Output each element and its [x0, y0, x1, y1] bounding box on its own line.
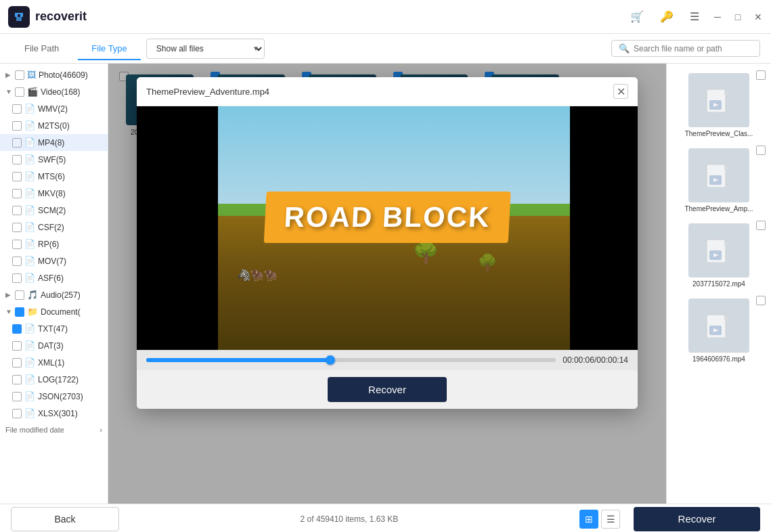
- asf-checkbox[interactable]: [12, 273, 22, 283]
- back-button[interactable]: Back: [11, 507, 119, 531]
- sidebar-item-log[interactable]: 📄 LOG(1722): [0, 371, 108, 388]
- right-checkbox-1[interactable]: [756, 146, 766, 155]
- sidebar-item-m2ts[interactable]: 📄 M2TS(0): [0, 117, 108, 134]
- video-file-svg-1: [705, 163, 732, 187]
- txt-checkbox[interactable]: [12, 324, 22, 334]
- right-item-0[interactable]: ThemePreview_Clas...: [667, 68, 771, 143]
- log-checkbox[interactable]: [12, 375, 22, 384]
- modal-controls: 00:00:06/00:00:14: [137, 350, 638, 370]
- sidebar-item-swf[interactable]: 📄 SWF(5): [0, 151, 108, 168]
- m2ts-checkbox[interactable]: [12, 121, 22, 131]
- sidebar-item-mov[interactable]: 📄 MOV(7): [0, 252, 108, 269]
- sidebar-dat-label: DAT(3): [38, 341, 64, 351]
- rp-checkbox[interactable]: [12, 240, 22, 249]
- right-item-3[interactable]: 1964606976.mp4: [667, 293, 771, 368]
- svg-rect-1: [16, 17, 22, 21]
- grid-view-button[interactable]: ⊞: [579, 510, 598, 529]
- tab-file-path[interactable]: File Path: [11, 38, 72, 60]
- minimize-button[interactable]: ─: [713, 12, 722, 22]
- sidebar-log-label: LOG(1722): [38, 375, 79, 384]
- sidebar-item-xlsx[interactable]: 📄 XLSX(301): [0, 405, 108, 422]
- sidebar-item-audio[interactable]: ▶ 🎵 Audio(257): [0, 286, 108, 303]
- file-modified-date-section[interactable]: File modified date ›: [0, 422, 108, 438]
- logo-icon: [8, 6, 30, 28]
- mov-checkbox[interactable]: [12, 257, 22, 266]
- right-checkbox-0[interactable]: [756, 70, 766, 80]
- video-black-left: [137, 106, 218, 350]
- preview-modal: ThemePreview_Adventure.mp4 ✕ 🌳 🌳: [137, 77, 638, 409]
- doc-checkbox[interactable]: [15, 307, 24, 317]
- sidebar-m2ts-label: M2TS(0): [38, 121, 70, 131]
- modal-header: ThemePreview_Adventure.mp4 ✕: [137, 77, 638, 106]
- swf-checkbox[interactable]: [12, 155, 22, 164]
- right-checkbox-3[interactable]: [756, 296, 766, 305]
- sidebar-item-document[interactable]: ▼ 📁 Document(: [0, 303, 108, 320]
- mts-checkbox[interactable]: [12, 172, 22, 181]
- sidebar-item-wmv[interactable]: 📄 WMV(2): [0, 100, 108, 117]
- sidebar-item-xml[interactable]: 📄 XML(1): [0, 354, 108, 371]
- sidebar-item-scm[interactable]: 📄 SCM(2): [0, 202, 108, 219]
- xlsx-checkbox[interactable]: [12, 409, 22, 418]
- dat-checkbox[interactable]: [12, 341, 22, 351]
- recover-button[interactable]: Recover: [634, 507, 760, 531]
- modal-close-button[interactable]: ✕: [613, 84, 628, 99]
- audio-expand-icon: ▶: [5, 291, 12, 298]
- logo: recoverit: [8, 6, 87, 28]
- video-file-svg-3: [705, 313, 732, 338]
- sidebar-item-json[interactable]: 📄 JSON(2703): [0, 388, 108, 405]
- sidebar-item-mts[interactable]: 📄 MTS(6): [0, 168, 108, 185]
- sidebar-item-txt[interactable]: 📄 TXT(47): [0, 320, 108, 337]
- mts-icon: 📄: [24, 171, 35, 181]
- sidebar-item-video[interactable]: ▼ 🎬 Video(168): [0, 83, 108, 100]
- sidebar-item-rp[interactable]: 📄 RP(6): [0, 236, 108, 252]
- right-checkbox-2[interactable]: [756, 221, 766, 230]
- modal-recover-button[interactable]: Recover: [328, 377, 447, 402]
- animal-icon: 🦓🦬🦬: [237, 269, 278, 282]
- mov-icon: 📄: [24, 256, 35, 266]
- mp4-checkbox[interactable]: [12, 138, 22, 148]
- progress-thumb[interactable]: [326, 355, 335, 365]
- search-bar[interactable]: 🔍: [611, 40, 760, 57]
- right-thumb-3: [688, 298, 749, 353]
- video-progress-bar[interactable]: [146, 358, 556, 362]
- search-icon: 🔍: [619, 43, 630, 53]
- sidebar-item-photo[interactable]: ▶ 🖼 Photo(46609): [0, 66, 108, 83]
- mkv-checkbox[interactable]: [12, 189, 22, 198]
- audio-checkbox[interactable]: [15, 290, 24, 300]
- sidebar-item-csf[interactable]: 📄 CSF(2): [0, 219, 108, 236]
- maximize-button[interactable]: □: [733, 12, 743, 22]
- svg-marker-15: [724, 315, 730, 320]
- sidebar-xml-label: XML(1): [38, 358, 64, 368]
- key-icon[interactable]: 🔑: [657, 7, 676, 26]
- sidebar-item-dat[interactable]: 📄 DAT(3): [0, 337, 108, 354]
- wmv-icon: 📄: [24, 104, 35, 114]
- sidebar-mp4-label: MP4(8): [38, 138, 64, 148]
- csf-checkbox[interactable]: [12, 223, 22, 232]
- scm-checkbox[interactable]: [12, 206, 22, 215]
- wmv-checkbox[interactable]: [12, 104, 22, 114]
- json-checkbox[interactable]: [12, 392, 22, 401]
- close-button[interactable]: ✕: [753, 12, 763, 22]
- tab-file-type[interactable]: File Type: [78, 38, 141, 60]
- menu-icon[interactable]: ☰: [687, 7, 702, 26]
- photo-checkbox[interactable]: [15, 70, 24, 80]
- search-input[interactable]: [634, 44, 753, 53]
- list-view-button[interactable]: ☰: [601, 510, 620, 529]
- cart-icon[interactable]: 🛒: [627, 7, 646, 26]
- xml-checkbox[interactable]: [12, 358, 22, 368]
- swf-icon: 📄: [24, 154, 35, 164]
- sidebar-item-asf[interactable]: 📄 ASF(6): [0, 269, 108, 286]
- video-checkbox[interactable]: [15, 87, 24, 97]
- audio-folder-icon: 🎵: [27, 290, 38, 300]
- app-name: recoverit: [35, 9, 87, 24]
- right-name-2: 2037715072.mp4: [690, 280, 748, 288]
- sidebar-item-mkv[interactable]: 📄 MKV(8): [0, 185, 108, 202]
- content-area: ▶ ▶ 2037715072.mp4 ▶ ▶ 620x252_favorites…: [108, 64, 666, 504]
- expand-icon: ▶: [5, 71, 12, 79]
- right-item-2[interactable]: 2037715072.mp4: [667, 218, 771, 293]
- sidebar-item-mp4[interactable]: 📄 MP4(8): [0, 134, 108, 151]
- sidebar-asf-label: ASF(6): [38, 273, 64, 283]
- file-filter-dropdown[interactable]: Show all files Photos Videos Audio Docum…: [146, 39, 265, 59]
- right-item-1[interactable]: ThemePreview_Amp...: [667, 143, 771, 218]
- mp4-icon: 📄: [24, 137, 35, 148]
